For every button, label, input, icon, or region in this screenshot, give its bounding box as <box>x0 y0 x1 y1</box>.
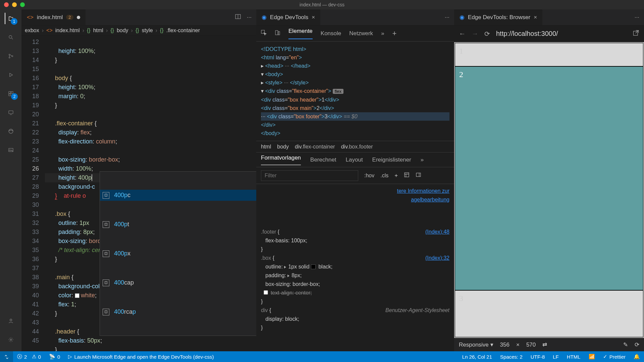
hov-toggle[interactable]: :hov <box>364 173 374 179</box>
tab-error-count: 2 <box>66 15 73 20</box>
more-actions-icon[interactable]: ··· <box>445 14 449 21</box>
mtab-styles[interactable]: Formatvorlagen <box>261 155 301 165</box>
close-icon[interactable]: × <box>312 14 315 21</box>
styles-pane[interactable]: tere Informationen zuragelbearbeitung (I… <box>256 184 454 351</box>
width-input[interactable]: 356 <box>500 342 509 348</box>
crumb-body[interactable]: body <box>117 27 128 34</box>
dtab-elements[interactable]: Elemente <box>288 28 313 39</box>
crumb-style[interactable]: style <box>142 27 153 34</box>
more-tabs-icon[interactable]: » <box>381 30 384 37</box>
status-cursor-pos[interactable]: Ln 26, Col 21 <box>458 354 496 360</box>
dom-tree[interactable]: <!DOCTYPE html> <html lang="en"> ▸ <head… <box>256 42 454 141</box>
autocomplete-popup[interactable]: ⊡400pc ⊡400pt ⊡400px ⊡400cap ⊡400rcap <box>100 171 256 336</box>
styles-filter-input[interactable] <box>261 170 358 181</box>
status-golive[interactable]: 📶 <box>585 354 599 360</box>
address-bar[interactable]: http://localhost:3000/ <box>496 30 558 38</box>
forward-icon[interactable]: → <box>472 30 478 38</box>
status-eol[interactable]: LF <box>549 354 563 360</box>
device-toggle-icon[interactable] <box>275 30 280 37</box>
ac-item-0[interactable]: ⊡400pc <box>100 190 256 201</box>
decl-toggle-checkbox[interactable] <box>264 290 268 295</box>
extensions-badge: 2 <box>11 93 18 100</box>
status-language[interactable]: HTML <box>563 354 585 360</box>
code-content[interactable]: height: 100%; } body { height: 100%; mar… <box>45 36 256 351</box>
run-debug-icon[interactable] <box>5 69 16 80</box>
css-decl[interactable]: flex-basis: 100px; <box>265 238 307 243</box>
toggle-sidebar-icon[interactable] <box>416 172 421 179</box>
status-bell-icon[interactable]: 🔔 <box>630 354 644 360</box>
settings-gear-icon[interactable] <box>5 334 16 345</box>
edge-tools-icon[interactable] <box>5 125 16 137</box>
breadcrumb[interactable]: exbox› <>index.html› {}html› {}body› {}s… <box>21 25 256 36</box>
crumb-html[interactable]: html <box>93 27 103 34</box>
css-decl[interactable]: box-sizing: border-box; <box>265 281 320 287</box>
ac-item-2[interactable]: ⊡400px <box>100 248 256 259</box>
more-tabs-icon[interactable]: » <box>421 157 424 163</box>
dom-crumb-body[interactable]: body <box>277 144 289 150</box>
dom-crumb-html[interactable]: html <box>261 144 271 150</box>
back-icon[interactable]: ← <box>459 30 466 38</box>
rule-source-link[interactable]: (Index):32 <box>425 254 449 262</box>
mtab-computed[interactable]: Berechnet <box>310 157 336 163</box>
dom-crumb-flex[interactable]: div.flex-container <box>295 144 335 150</box>
height-input[interactable]: 570 <box>526 342 536 348</box>
dtab-network[interactable]: Netzwerk <box>349 30 373 37</box>
source-control-icon[interactable] <box>5 50 16 62</box>
flex-badge[interactable]: flex <box>333 89 343 94</box>
tab-index-html[interactable]: <> index.html 2 <box>21 9 86 25</box>
ua-stylesheet-label: Benutzer-Agent-Stylesheet <box>385 306 449 315</box>
ac-item-1[interactable]: ⊡400pt <box>100 219 256 230</box>
split-editor-icon[interactable] <box>235 14 241 21</box>
computed-styles-icon[interactable] <box>404 172 410 179</box>
styles-help-link[interactable]: tere Informationen zuragelbearbeitung <box>397 188 449 202</box>
cls-toggle[interactable]: .cls <box>380 173 388 179</box>
crumb-folder[interactable]: exbox <box>25 27 39 34</box>
tab-browser[interactable]: ◉ Edge DevTools: Browser × <box>454 9 542 25</box>
status-encoding[interactable]: UTF-8 <box>527 354 549 360</box>
css-decl[interactable]: padding: 8px; <box>265 273 302 278</box>
svg-point-11 <box>10 339 11 340</box>
status-indent[interactable]: Spaces: 2 <box>496 354 527 360</box>
code-editor[interactable]: 1213141516171819202122232425262728293031… <box>21 36 256 351</box>
dom-breadcrumb[interactable]: html body div.flex-container div.box.foo… <box>256 141 454 153</box>
more-actions-icon[interactable]: ··· <box>247 14 252 21</box>
css-decl[interactable]: outline: 1px solid black; <box>265 264 332 269</box>
remote-explorer-icon[interactable] <box>5 107 16 118</box>
close-icon[interactable]: × <box>534 14 537 21</box>
dom-crumb-footer[interactable]: div.box.footer <box>341 144 373 150</box>
extensions-icon[interactable]: 2 <box>5 88 16 99</box>
status-launch-hint[interactable]: ▷ Launch Microsoft Edge and open the Edg… <box>64 354 218 360</box>
mtab-listeners[interactable]: Ereignislistener <box>372 157 411 163</box>
selected-dom-node[interactable]: ··· <div class="box footer">3</div> == $… <box>261 112 449 121</box>
rule-source-link[interactable]: (Index):48 <box>425 228 449 236</box>
new-tab-icon[interactable]: + <box>392 29 397 38</box>
gallery-icon[interactable] <box>5 144 16 156</box>
explorer-icon[interactable]: 1 <box>5 13 16 24</box>
open-external-icon[interactable] <box>633 29 639 38</box>
html-file-icon: <> <box>27 14 34 21</box>
responsive-bar: Responsive ▾ 356 × 570 ⇄ ✎ ⟳ <box>454 338 644 351</box>
refresh-preview-icon[interactable]: ⟳ <box>635 341 639 348</box>
mtab-layout[interactable]: Layout <box>346 157 363 163</box>
remote-indicator[interactable] <box>0 351 13 362</box>
crumb-selector[interactable]: .flex-container <box>166 27 200 34</box>
screenshot-icon[interactable]: ✎ <box>623 341 628 348</box>
device-select[interactable]: Responsive ▾ <box>459 341 493 348</box>
rotate-icon[interactable]: ⇄ <box>542 341 547 348</box>
new-style-rule-icon[interactable]: + <box>394 172 398 179</box>
tab-devtools[interactable]: ◉ Edge DevTools × <box>256 9 320 25</box>
search-icon[interactable] <box>5 32 16 43</box>
reload-icon[interactable]: ⟳ <box>484 30 490 38</box>
css-decl-disabled[interactable]: text-align: center; <box>271 290 312 296</box>
account-icon[interactable] <box>5 315 16 326</box>
inspect-icon[interactable] <box>261 30 267 37</box>
more-actions-icon[interactable]: ··· <box>635 14 639 21</box>
status-ports[interactable]: 📡 0 <box>45 354 64 360</box>
status-prettier[interactable]: ✓ Prettier <box>599 354 630 360</box>
status-errors[interactable]: ⓧ 2 ⚠ 0 <box>13 354 45 360</box>
ac-item-3[interactable]: ⊡400cap <box>100 277 256 288</box>
ac-item-4[interactable]: ⊡400rcap <box>100 306 256 317</box>
browser-viewport[interactable]: 1 2 3 <box>454 42 644 338</box>
dtab-console[interactable]: Konsole <box>321 30 341 37</box>
crumb-file[interactable]: index.html <box>55 27 80 34</box>
